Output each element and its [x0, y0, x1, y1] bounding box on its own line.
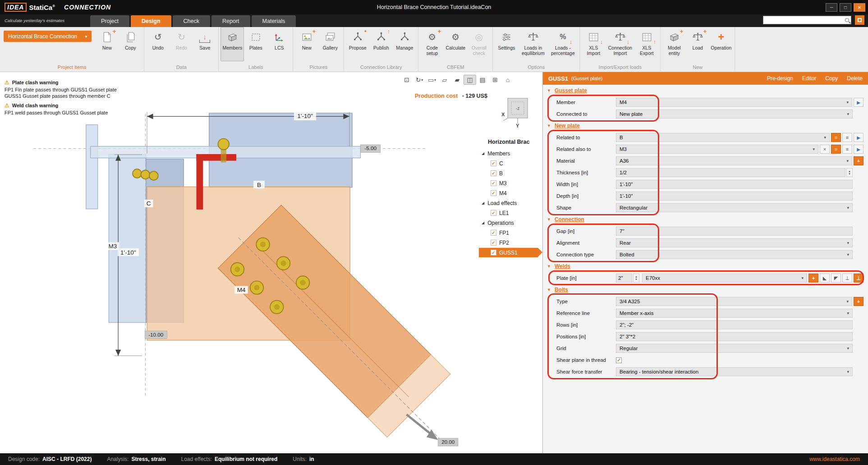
- ribbon-new-picture-button[interactable]: + New: [295, 27, 318, 61]
- maximize-button[interactable]: □: [840, 3, 851, 12]
- checkbox-checked-icon[interactable]: ✓: [491, 210, 496, 216]
- shear-force-transfer-dropdown[interactable]: Bearing - tension/shear interaction ▾: [616, 367, 853, 376]
- tree-item-guss1-selected[interactable]: ✓ GUSS1: [479, 248, 538, 257]
- tree-item-fp1[interactable]: ✓ FP1: [479, 228, 542, 237]
- electrode-dropdown[interactable]: E70xx ▾: [642, 274, 807, 283]
- tree-item-b[interactable]: ✓ B: [479, 169, 542, 178]
- tab-check[interactable]: Check: [173, 15, 210, 27]
- pick-member-button[interactable]: ▶: [854, 98, 863, 107]
- tree-item-fp2[interactable]: ✓ FP2: [479, 238, 542, 247]
- connection-type-dropdown[interactable]: Bolted ▾: [616, 250, 853, 259]
- search-input[interactable]: [765, 18, 845, 23]
- ribbon-calculate-button[interactable]: ⚙ Calculate: [444, 27, 467, 61]
- tab-report[interactable]: Report: [211, 15, 250, 27]
- bolt[interactable]: [141, 170, 150, 179]
- bolt-positions-input[interactable]: 2" 3"*2: [616, 332, 853, 341]
- ribbon-redo-button[interactable]: ↻ Redo: [170, 27, 193, 61]
- collapse-section-icon[interactable]: ▼: [547, 217, 551, 222]
- minimize-button[interactable]: ─: [826, 3, 837, 12]
- viewport-3d[interactable]: 1'-10" M3 1'-10" B C M4 -5.00 -10.00 20.: [0, 72, 542, 453]
- view-layers-button[interactable]: ▤: [476, 75, 489, 85]
- bolt[interactable]: [133, 169, 142, 178]
- member-dropdown[interactable]: M4 ▾: [616, 98, 852, 107]
- surface-list-button[interactable]: ≡: [842, 145, 852, 154]
- delete-operation-button[interactable]: Delete: [847, 75, 863, 82]
- ribbon-xls-import-button[interactable]: ↓ XLS Import: [582, 27, 605, 61]
- tree-item-m3[interactable]: ✓ M3: [479, 178, 542, 188]
- weld-type-fillet-button[interactable]: ◣: [820, 274, 830, 283]
- related-to-dropdown[interactable]: B ▾: [616, 133, 830, 142]
- view-transparent-button[interactable]: ▱: [438, 75, 451, 85]
- weld-size-input[interactable]: 2": [616, 274, 632, 283]
- select-mode-button[interactable]: ▭▾: [426, 75, 438, 85]
- ribbon-load-button[interactable]: + Load: [686, 27, 709, 61]
- collapse-section-icon[interactable]: ▼: [547, 88, 551, 93]
- ribbon-loads-in-equilibrium-toggle[interactable]: Loads in equilibrium: [518, 27, 548, 61]
- collapse-section-icon[interactable]: ▼: [547, 264, 551, 269]
- reference-line-dropdown[interactable]: Member x-axis ▾: [616, 309, 853, 318]
- alignment-dropdown[interactable]: Rear ▾: [616, 238, 853, 247]
- clear-related-button[interactable]: ×: [820, 145, 830, 154]
- tree-item-le1[interactable]: ✓ LE1: [479, 208, 542, 218]
- bolt-rows-input[interactable]: 2"; -2": [616, 320, 853, 329]
- checkbox-checked-icon[interactable]: ✓: [491, 160, 496, 166]
- copy-operation-button[interactable]: Copy: [825, 75, 838, 82]
- tree-group-operations[interactable]: ◢ Operations: [479, 218, 542, 228]
- brand-button[interactable]: [855, 15, 864, 25]
- navigation-cube[interactable]: -z X Y: [501, 96, 533, 128]
- bolt[interactable]: [218, 139, 229, 150]
- ribbon-manage-button[interactable]: Manage: [393, 27, 416, 61]
- ribbon-xls-export-button[interactable]: ↑ XLS Export: [635, 27, 658, 61]
- predesign-button[interactable]: Pre-design: [767, 75, 793, 82]
- editor-button[interactable]: Editor: [802, 75, 816, 82]
- collapse-icon[interactable]: ◢: [482, 151, 484, 155]
- add-bolt-assembly-button[interactable]: +: [854, 297, 863, 306]
- collapse-section-icon[interactable]: ▼: [547, 287, 551, 292]
- close-button[interactable]: ×: [854, 3, 865, 12]
- section-header-new-plate[interactable]: ▼ New plate: [543, 120, 868, 132]
- collapse-icon[interactable]: ◢: [482, 221, 484, 225]
- ribbon-operation-button[interactable]: + Operation: [709, 27, 733, 61]
- ribbon-model-entity-button[interactable]: + Model entity: [662, 27, 686, 61]
- tree-group-members[interactable]: ◢ Members: [479, 149, 542, 158]
- ribbon-plates-toggle[interactable]: Plates: [244, 27, 267, 61]
- add-material-button[interactable]: +: [854, 156, 863, 165]
- collapse-icon[interactable]: ◢: [482, 201, 484, 205]
- website-link[interactable]: www.ideastatica.com: [809, 456, 860, 462]
- checkbox-checked-icon[interactable]: ✓: [491, 180, 496, 186]
- depth-input[interactable]: 1'-10": [616, 191, 853, 201]
- edge-list-button[interactable]: ≡: [831, 133, 841, 142]
- edge-list-button[interactable]: ≡: [831, 145, 841, 154]
- bolt[interactable]: [149, 171, 158, 180]
- section-header-connection[interactable]: ▼ Connection: [543, 214, 868, 225]
- section-header-bolts[interactable]: ▼ Bolts: [543, 284, 868, 296]
- weld-size-stepper[interactable]: ▲ ▼: [633, 274, 639, 283]
- weld-type-selected-button[interactable]: ⊥: [854, 274, 863, 283]
- tree-root-item[interactable]: Horizontal Brac: [479, 139, 542, 145]
- connected-to-dropdown[interactable]: New plate ▾: [616, 109, 853, 119]
- view-solid-button[interactable]: ▰: [451, 75, 464, 85]
- ribbon-save-button[interactable]: ↓ Save: [193, 27, 216, 61]
- tab-project[interactable]: Project: [90, 15, 129, 27]
- rotate-view-button[interactable]: ↻▾: [413, 75, 426, 85]
- tab-materials[interactable]: Materials: [252, 15, 296, 27]
- ribbon-propose-button[interactable]: ● Propose: [346, 27, 369, 61]
- plate-column-flange[interactable]: [86, 125, 98, 209]
- stepper-down-icon[interactable]: ▼: [848, 173, 851, 175]
- model-3d-view[interactable]: 1'-10" M3 1'-10" B C M4 -5.00 -10.00 20.: [0, 72, 542, 453]
- checkbox-checked-icon[interactable]: ✓: [491, 170, 496, 176]
- search-box[interactable]: [763, 16, 851, 24]
- add-weld-material-button[interactable]: +: [808, 274, 818, 283]
- ribbon-code-setup-button[interactable]: ⚙+ Code setup: [420, 27, 444, 61]
- checkbox-checked-icon[interactable]: ✓: [491, 250, 496, 255]
- section-header-gusset-plate[interactable]: ▼ Gusset plate: [543, 85, 868, 96]
- gap-input[interactable]: 7": [616, 227, 853, 236]
- checkbox-checked-icon[interactable]: ✓: [491, 230, 496, 236]
- ribbon-publish-button[interactable]: ↑ Publish: [369, 27, 393, 61]
- ribbon-lcs-toggle[interactable]: LCS: [267, 27, 291, 61]
- ribbon-gallery-button[interactable]: Gallery: [318, 27, 342, 61]
- section-header-welds[interactable]: ▼ Welds: [543, 260, 868, 272]
- member-c-web[interactable]: [109, 154, 146, 323]
- stepper-down-icon[interactable]: ▼: [635, 278, 638, 281]
- view-grid-button[interactable]: ⊞: [489, 75, 501, 85]
